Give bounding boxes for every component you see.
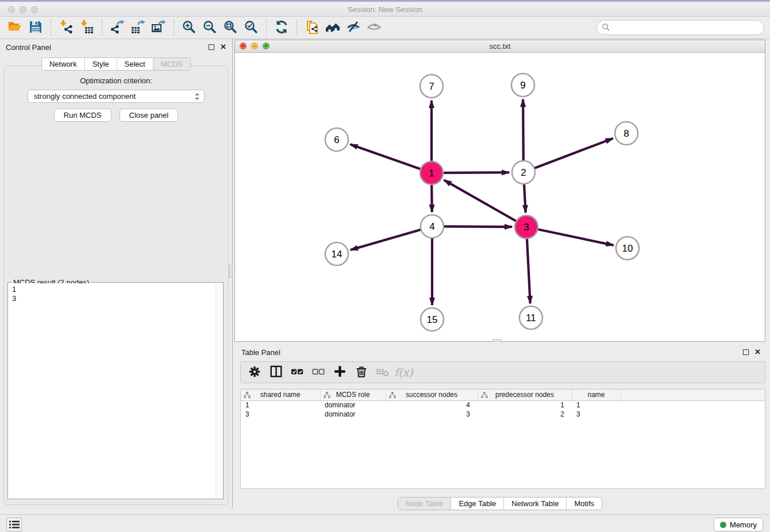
search-input[interactable] xyxy=(596,20,764,35)
run-mcds-button[interactable]: Run MCDS xyxy=(54,109,111,122)
graph-node-14[interactable]: 14 xyxy=(325,242,348,265)
edge-1-6[interactable] xyxy=(351,144,432,173)
eye-slash-icon xyxy=(346,20,361,36)
network-resize-handle[interactable] xyxy=(492,339,502,342)
criterion-value: strongly connected component xyxy=(34,92,136,101)
table-panel-header: Table Panel ✕ xyxy=(234,344,770,360)
memory-button[interactable]: Memory xyxy=(714,518,763,531)
tab-node-table[interactable]: Node Table xyxy=(398,498,451,510)
export-table-button[interactable] xyxy=(128,19,148,36)
svg-text:6: 6 xyxy=(334,134,339,145)
node-table: shared nameMCDS rolesuccessor nodesprede… xyxy=(240,389,765,489)
tab-edge-table[interactable]: Edge Table xyxy=(451,498,503,510)
table-cell[interactable]: 4 xyxy=(386,400,478,410)
float-panel-icon[interactable] xyxy=(209,44,214,50)
export-network-button[interactable] xyxy=(107,19,128,36)
table-cell[interactable] xyxy=(621,400,765,410)
graph-node-15[interactable]: 15 xyxy=(421,308,444,331)
table-cell[interactable]: dominator xyxy=(320,410,386,419)
apply-layout-button[interactable] xyxy=(271,19,292,36)
tab-motifs[interactable]: Motifs xyxy=(566,498,602,510)
copy-network-view-button[interactable] xyxy=(302,19,322,36)
mcds-result-scrollbar[interactable] xyxy=(215,283,222,498)
tab-network-table[interactable]: Network Table xyxy=(503,498,566,510)
edge-4-14[interactable] xyxy=(351,226,432,250)
graph-node-3[interactable]: 3 xyxy=(515,215,538,238)
table-row[interactable]: 3dominator323 xyxy=(241,410,765,419)
import-table-button[interactable] xyxy=(76,19,97,36)
hide-all-columns-button[interactable] xyxy=(309,364,328,381)
criterion-select[interactable]: strongly connected component xyxy=(28,90,205,103)
table-panel: Table Panel ✕ f(x) shared nameMCDS roles… xyxy=(234,344,770,513)
create-column-button[interactable] xyxy=(330,364,349,381)
show-all-columns-button[interactable] xyxy=(288,364,307,381)
open-session-button[interactable] xyxy=(5,19,25,36)
network-window-titlebar: × − + scc.txt xyxy=(235,40,765,53)
graph-node-4[interactable]: 4 xyxy=(421,215,444,238)
column-header-name[interactable]: name xyxy=(572,390,621,400)
export-image-button[interactable] xyxy=(148,19,169,36)
table-cell[interactable]: 1 xyxy=(241,400,320,410)
save-session-button[interactable] xyxy=(25,19,46,36)
table-cell[interactable]: 1 xyxy=(478,400,572,410)
graph-node-6[interactable]: 6 xyxy=(325,128,348,151)
table-cell[interactable]: dominator xyxy=(320,400,386,410)
control-panel-title: Control Panel xyxy=(6,43,51,52)
graph-node-2[interactable]: 2 xyxy=(512,161,535,184)
close-panel-button[interactable]: Close panel xyxy=(120,109,179,122)
toggle-panel-mode-button[interactable] xyxy=(267,364,286,381)
deselect-all-icon xyxy=(312,365,326,380)
status-bar: Memory xyxy=(0,514,770,532)
delete-columns-button[interactable] xyxy=(352,364,371,381)
control-panel-tabs: NetworkStyleSelectMCDS xyxy=(41,57,191,71)
mcds-result-box: MCDS result (2 nodes) 13 xyxy=(7,282,224,499)
column-header-shared-name[interactable]: shared name xyxy=(241,390,320,400)
table-float-panel-icon[interactable] xyxy=(743,349,749,355)
window-title: Session: New Session xyxy=(0,5,770,14)
graph-node-1[interactable]: 1 xyxy=(420,161,443,184)
graph-node-7[interactable]: 7 xyxy=(420,75,443,98)
close-panel-icon[interactable]: ✕ xyxy=(220,44,226,50)
zoom-out-button[interactable] xyxy=(199,19,220,36)
edge-2-8[interactable] xyxy=(523,138,613,172)
graph-node-9[interactable]: 9 xyxy=(511,74,534,97)
column-settings-button[interactable] xyxy=(245,364,264,381)
column-header-successor-nodes[interactable]: successor nodes xyxy=(386,390,478,400)
svg-text:10: 10 xyxy=(622,243,633,254)
table-cell[interactable]: 3 xyxy=(241,410,320,419)
tab-style[interactable]: Style xyxy=(84,58,117,70)
tab-mcds[interactable]: MCDS xyxy=(153,58,190,70)
edge-3-1[interactable] xyxy=(444,180,526,227)
import-network-button[interactable] xyxy=(56,19,76,36)
select-stepper-icon xyxy=(194,92,201,101)
table-cell[interactable]: 1 xyxy=(572,400,621,410)
zoom-selected-button[interactable] xyxy=(241,19,261,36)
graph-node-11[interactable]: 11 xyxy=(519,306,542,329)
edge-3-10[interactable] xyxy=(526,227,614,245)
column-header-MCDS-role[interactable]: MCDS role xyxy=(320,390,386,400)
hide-selected-button[interactable] xyxy=(343,19,364,36)
show-all-button[interactable] xyxy=(364,19,384,36)
toolbar-separator xyxy=(102,20,102,36)
graph-node-8[interactable]: 8 xyxy=(615,122,638,145)
table-cell[interactable]: 3 xyxy=(572,410,621,419)
table-row[interactable]: 1dominator411 xyxy=(241,400,765,410)
table-close-panel-icon[interactable]: ✕ xyxy=(754,349,761,355)
graph-node-10[interactable]: 10 xyxy=(616,237,639,260)
first-neighbors-button[interactable] xyxy=(322,19,343,36)
tab-select[interactable]: Select xyxy=(117,58,153,70)
table-cell[interactable]: 3 xyxy=(386,410,478,419)
zoom-fit-button[interactable] xyxy=(220,19,241,36)
search-icon xyxy=(602,23,610,32)
zoom-in-button[interactable] xyxy=(179,19,199,36)
tab-network[interactable]: Network xyxy=(42,58,84,70)
network-graph-canvas[interactable]: 7968124314101511 xyxy=(235,53,765,341)
plus-icon xyxy=(333,365,347,380)
column-header-predecessor-nodes[interactable]: predecessor nodes xyxy=(478,390,572,400)
panel-splitter-grip[interactable] xyxy=(229,265,233,277)
column-tree-icon xyxy=(481,392,488,398)
task-history-button[interactable] xyxy=(6,518,22,531)
save-icon xyxy=(28,20,43,36)
table-cell[interactable]: 2 xyxy=(478,410,572,419)
table-cell[interactable] xyxy=(621,410,765,419)
